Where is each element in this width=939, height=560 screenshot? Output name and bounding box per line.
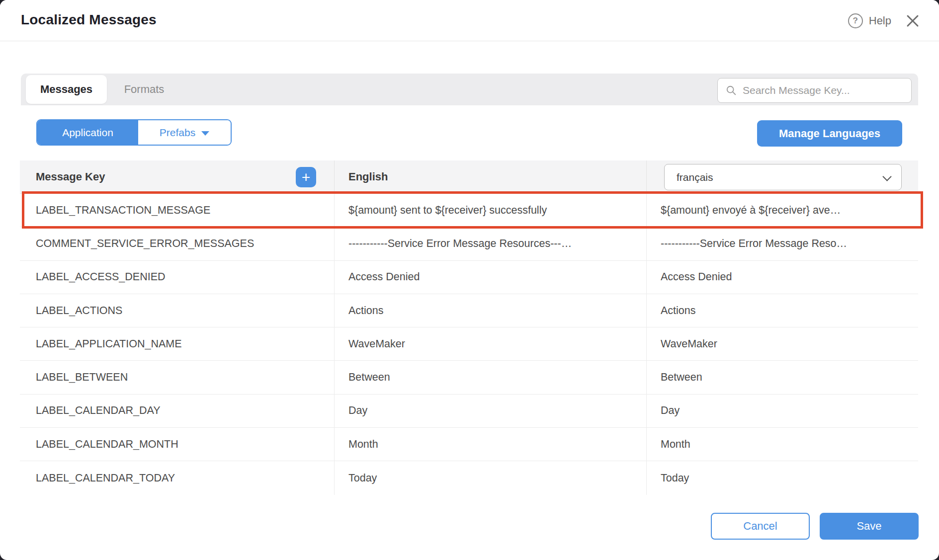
table-row[interactable]: LABEL_APPLICATION_NAME WaveMaker WaveMak… xyxy=(20,327,918,361)
column-header-english: English xyxy=(334,160,646,193)
message-key-header-label: Message Key xyxy=(36,170,105,183)
message-key-cell: LABEL_TRANSACTION_MESSAGE xyxy=(20,194,334,227)
french-cell[interactable]: -----------Service Error Message Reso… xyxy=(646,227,918,260)
header-actions: ? Help xyxy=(848,0,920,41)
english-cell[interactable]: Actions xyxy=(334,294,646,327)
message-key-cell: LABEL_APPLICATION_NAME xyxy=(20,327,334,360)
english-cell[interactable]: Between xyxy=(334,361,646,394)
application-button[interactable]: Application xyxy=(37,120,138,145)
add-message-key-button[interactable]: + xyxy=(296,167,316,187)
prefabs-button[interactable]: Prefabs xyxy=(138,120,231,145)
table-row[interactable]: LABEL_ACCESS_DENIED Access Denied Access… xyxy=(20,261,918,294)
french-cell[interactable]: Access Denied xyxy=(646,261,918,294)
caret-down-icon xyxy=(201,131,209,136)
table-row[interactable]: LABEL_ACTIONS Actions Actions xyxy=(20,294,918,327)
message-key-cell: LABEL_BETWEEN xyxy=(20,361,334,394)
help-label: Help xyxy=(869,14,891,27)
english-cell[interactable]: Day xyxy=(334,395,646,427)
french-cell[interactable]: Day xyxy=(646,395,918,427)
english-cell[interactable]: Today xyxy=(334,461,646,494)
column-header-language: français xyxy=(646,160,918,193)
english-cell[interactable]: ${amount} sent to ${receiver} successful… xyxy=(334,194,646,227)
cancel-button[interactable]: Cancel xyxy=(711,513,810,540)
column-header-message-key: Message Key + xyxy=(20,160,334,193)
french-cell[interactable]: Today xyxy=(646,461,918,494)
french-cell[interactable]: Month xyxy=(646,428,918,461)
tab-strip: Messages Formats xyxy=(21,74,918,105)
english-cell[interactable]: WaveMaker xyxy=(334,327,646,360)
dialog-title: Localized Messages xyxy=(21,12,157,28)
english-cell[interactable]: Access Denied xyxy=(334,261,646,294)
tab-messages[interactable]: Messages xyxy=(26,75,107,104)
english-cell[interactable]: -----------Service Error Message Resourc… xyxy=(334,227,646,260)
english-cell[interactable]: Month xyxy=(334,428,646,461)
tab-formats[interactable]: Formats xyxy=(107,75,181,104)
table-header: Message Key + English français xyxy=(20,160,918,194)
chevron-down-icon xyxy=(882,172,891,181)
close-button[interactable] xyxy=(905,13,920,28)
french-cell[interactable]: Actions xyxy=(646,294,918,327)
language-select[interactable]: français xyxy=(664,164,902,190)
message-key-cell: LABEL_ACCESS_DENIED xyxy=(20,261,334,294)
english-header-label: English xyxy=(348,170,388,183)
table-row[interactable]: LABEL_CALENDAR_DAY Day Day xyxy=(20,395,918,428)
table-row[interactable]: COMMENT_SERVICE_ERROR_MESSAGES ---------… xyxy=(20,227,918,260)
manage-languages-button[interactable]: Manage Languages xyxy=(757,120,902,147)
message-key-cell: LABEL_CALENDAR_MONTH xyxy=(20,428,334,461)
table-body: LABEL_TRANSACTION_MESSAGE ${amount} sent… xyxy=(20,194,918,495)
message-key-cell: COMMENT_SERVICE_ERROR_MESSAGES xyxy=(20,227,334,260)
message-key-cell: LABEL_CALENDAR_TODAY xyxy=(20,461,334,494)
search-icon xyxy=(726,85,737,96)
french-cell[interactable]: Between xyxy=(646,361,918,394)
help-button[interactable]: ? Help xyxy=(848,13,891,28)
message-key-cell: LABEL_ACTIONS xyxy=(20,294,334,327)
prefabs-label: Prefabs xyxy=(160,127,195,139)
table-row[interactable]: LABEL_TRANSACTION_MESSAGE ${amount} sent… xyxy=(20,194,918,227)
localized-messages-dialog: Localized Messages ? Help Messages Forma… xyxy=(0,0,939,560)
dialog-header: Localized Messages ? Help xyxy=(0,0,939,41)
table-row[interactable]: LABEL_BETWEEN Between Between xyxy=(20,361,918,394)
messages-table: Message Key + English français LABEL_TRA… xyxy=(20,160,918,495)
save-button[interactable]: Save xyxy=(820,513,919,540)
table-row[interactable]: LABEL_CALENDAR_MONTH Month Month xyxy=(20,428,918,461)
french-cell[interactable]: WaveMaker xyxy=(646,327,918,360)
close-icon xyxy=(906,14,919,27)
french-cell[interactable]: ${amount} envoyé à ${receiver} ave… xyxy=(646,194,918,227)
language-select-value: français xyxy=(677,171,713,183)
message-key-cell: LABEL_CALENDAR_DAY xyxy=(20,395,334,427)
scope-segmented-control: Application Prefabs xyxy=(36,119,232,146)
help-icon: ? xyxy=(848,13,863,28)
search-box xyxy=(717,78,912,103)
table-row[interactable]: LABEL_CALENDAR_TODAY Today Today xyxy=(20,461,918,494)
plus-icon: + xyxy=(302,170,311,185)
search-input[interactable] xyxy=(743,84,903,96)
